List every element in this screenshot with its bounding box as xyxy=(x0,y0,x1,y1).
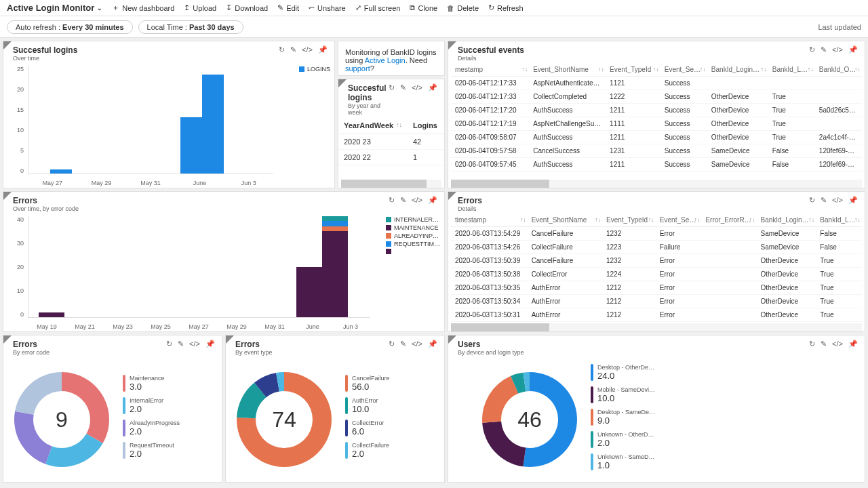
bar[interactable] xyxy=(180,117,202,174)
col-header[interactable]: Event_TypeId↑↓ xyxy=(606,63,660,77)
resize-corner-icon[interactable] xyxy=(3,336,12,344)
table-row[interactable]: 2020 221 xyxy=(338,150,444,165)
pin-icon[interactable]: 📌 xyxy=(848,45,858,54)
scrollbar[interactable] xyxy=(341,180,441,188)
active-login-link[interactable]: Active Login xyxy=(365,56,406,64)
table-row[interactable]: 020-06-04T09:57:45AuthSuccess1211Success… xyxy=(451,158,862,171)
bar[interactable] xyxy=(50,169,72,174)
table-row[interactable]: 2020-06-03T13:50:39CancelFailure1232Erro… xyxy=(451,254,862,268)
bar[interactable] xyxy=(296,267,322,318)
table-row[interactable]: 020-06-04T12:17:19AspNetChallengeSucc…11… xyxy=(451,117,862,131)
refresh-button[interactable]: ↻Refresh xyxy=(488,3,524,12)
legend-item[interactable]: AlreadyInProgress2.0 xyxy=(123,420,218,436)
pin-icon[interactable]: 📌 xyxy=(848,340,858,348)
col-header[interactable]: BankId_LoginO↑↓ xyxy=(816,214,862,227)
fullscreen-button[interactable]: ⤢Full screen xyxy=(355,3,401,12)
scrollbar[interactable] xyxy=(451,323,862,331)
refresh-icon[interactable]: ↻ xyxy=(279,45,285,54)
code-icon[interactable]: </> xyxy=(302,45,313,54)
legend-item[interactable]: Mobile - SameDevi…10.0 xyxy=(591,386,861,403)
bar[interactable] xyxy=(322,216,348,221)
legend-item[interactable]: Desktop - SameDe…9.0 xyxy=(591,409,861,426)
resize-corner-icon[interactable] xyxy=(448,336,456,344)
col-header[interactable]: Event_Severity↑↓ xyxy=(660,63,707,77)
donut-chart[interactable]: 46 xyxy=(475,365,584,474)
bar[interactable] xyxy=(39,312,64,317)
table-row[interactable]: 2020-06-03T13:54:29CancelFailure1232Erro… xyxy=(451,227,862,241)
new-dashboard-button[interactable]: ＋New dashboard xyxy=(112,3,174,13)
donut-chart[interactable]: 9 xyxy=(7,365,116,474)
legend-item[interactable]: AuthError10.0 xyxy=(345,397,440,414)
pencil-icon[interactable]: ✎ xyxy=(290,45,296,54)
col-header[interactable]: mestamp↑↓ xyxy=(451,63,529,77)
pencil-icon[interactable]: ✎ xyxy=(821,196,827,205)
col-header[interactable]: BankId_LoginOpti…↑↓ xyxy=(768,63,815,77)
table-row[interactable]: 2020-06-03T13:54:26CollectFailure1223Fai… xyxy=(451,241,862,254)
pin-icon[interactable]: 📌 xyxy=(848,196,858,205)
col-yearweek[interactable]: YearAndWeek↑↓ xyxy=(338,117,408,134)
pin-icon[interactable]: 📌 xyxy=(428,83,437,92)
refresh-icon[interactable]: ↻ xyxy=(389,196,395,205)
table-row[interactable]: 2020 2342 xyxy=(338,134,444,150)
legend-item[interactable]: RequestTimeout2.0 xyxy=(123,442,218,459)
pencil-icon[interactable]: ✎ xyxy=(821,340,827,348)
table-row[interactable]: 020-06-04T12:17:33CollectCompleted1222Su… xyxy=(451,90,862,104)
refresh-icon[interactable]: ↻ xyxy=(809,196,815,205)
resize-corner-icon[interactable] xyxy=(448,192,456,200)
pencil-icon[interactable]: ✎ xyxy=(821,45,827,54)
pin-icon[interactable]: 📌 xyxy=(428,340,437,348)
bar[interactable] xyxy=(322,226,348,231)
pin-icon[interactable]: 📌 xyxy=(428,196,437,205)
legend-item[interactable]: CollectFailure2.0 xyxy=(345,442,440,459)
col-header[interactable]: Event_TypeId↑↓ xyxy=(602,214,656,227)
table-row[interactable]: 2020-06-03T13:50:34AuthError1212ErrorOth… xyxy=(451,295,862,308)
resize-corner-icon[interactable] xyxy=(448,41,456,49)
legend-item[interactable]: Maintenance3.0 xyxy=(123,375,218,392)
table-row[interactable]: 020-06-04T12:17:33AspNetAuthenticateSu…1… xyxy=(451,77,862,90)
code-icon[interactable]: </> xyxy=(189,340,200,348)
legend-item[interactable]: InternalError2.0 xyxy=(123,397,218,414)
legend-item[interactable]: CollectError6.0 xyxy=(345,420,440,436)
code-icon[interactable]: </> xyxy=(412,340,422,348)
pencil-icon[interactable]: ✎ xyxy=(400,340,406,348)
dashboard-title[interactable]: Active Login Monitor ⌄ xyxy=(7,3,102,13)
refresh-icon[interactable]: ↻ xyxy=(809,340,815,348)
table-row[interactable]: 020-06-04T12:17:20AuthSuccess1211Success… xyxy=(451,104,862,117)
refresh-icon[interactable]: ↻ xyxy=(809,45,815,54)
table-row[interactable]: 2020-06-03T13:50:31AuthError1212ErrorOth… xyxy=(451,308,862,322)
bar[interactable] xyxy=(322,231,348,317)
pencil-icon[interactable]: ✎ xyxy=(400,83,406,92)
col-header[interactable]: Event_ShortName↑↓ xyxy=(529,63,606,77)
col-header[interactable]: timestamp↑↓ xyxy=(451,214,528,227)
code-icon[interactable]: </> xyxy=(832,196,843,205)
code-icon[interactable]: </> xyxy=(412,196,422,205)
legend-item[interactable]: CancelFailure56.0 xyxy=(345,375,440,392)
col-header[interactable]: BankId_LoginOpti…↑↓ xyxy=(757,214,816,227)
legend-item[interactable]: Desktop - OtherDe…24.0 xyxy=(591,364,861,381)
resize-corner-icon[interactable] xyxy=(3,192,12,200)
resize-corner-icon[interactable] xyxy=(226,336,234,344)
edit-button[interactable]: ✎Edit xyxy=(277,3,299,12)
refresh-icon[interactable]: ↻ xyxy=(166,340,172,348)
resize-corner-icon[interactable] xyxy=(338,79,347,87)
refresh-icon[interactable]: ↻ xyxy=(389,340,395,348)
col-header[interactable]: Error_ErrorReason↑↓ xyxy=(701,214,756,227)
code-icon[interactable]: </> xyxy=(832,340,843,348)
bar[interactable] xyxy=(322,221,348,226)
code-icon[interactable]: </> xyxy=(832,45,843,54)
table-row[interactable]: 2020-06-03T13:50:38CollectError1224Error… xyxy=(451,268,862,281)
legend-item[interactable]: Unknown - OtherD…2.0 xyxy=(591,431,861,448)
localtime-pill[interactable]: Local Time : Past 30 days xyxy=(138,20,243,34)
table-row[interactable]: 2020-06-03T13:50:35AuthError1212ErrorOth… xyxy=(451,281,862,295)
delete-button[interactable]: 🗑Delete xyxy=(447,4,479,12)
download-button[interactable]: ↧Download xyxy=(226,3,268,12)
col-logins[interactable]: Logins xyxy=(408,117,444,134)
donut-chart[interactable]: 74 xyxy=(230,365,338,474)
col-header[interactable]: Event_Severity↑↓ xyxy=(656,214,702,227)
support-link[interactable]: support xyxy=(345,64,370,73)
col-header[interactable]: Event_ShortName↑↓ xyxy=(528,214,602,227)
autorefresh-pill[interactable]: Auto refresh : Every 30 minutes xyxy=(7,20,133,34)
pencil-icon[interactable]: ✎ xyxy=(178,340,184,348)
legend-item[interactable]: Unknown - SameD…1.0 xyxy=(591,453,861,470)
col-header[interactable]: BankId_OrderRef↑↓ xyxy=(815,63,862,77)
